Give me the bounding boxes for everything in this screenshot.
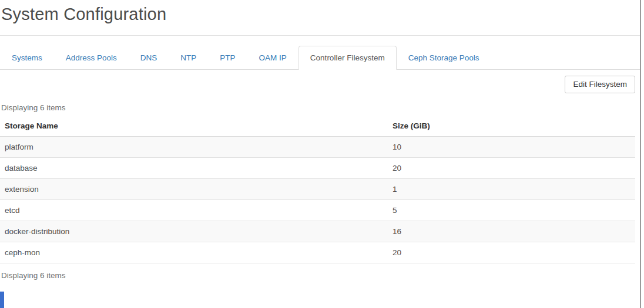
storage-name-cell: ceph-mon — [0, 242, 388, 263]
corner-accent-bar — [0, 292, 4, 308]
controller-filesystem-table: Storage Name Size (GiB) platform 10 data… — [0, 119, 635, 263]
tab-dns[interactable]: DNS — [129, 46, 169, 70]
tab-systems[interactable]: Systems — [0, 46, 54, 70]
size-cell: 5 — [388, 200, 635, 221]
storage-name-cell: extension — [0, 179, 388, 200]
table-row: ceph-mon 20 — [0, 242, 635, 263]
size-cell: 1 — [388, 179, 635, 200]
tab-ceph-storage-pools[interactable]: Ceph Storage Pools — [397, 46, 491, 70]
size-cell: 20 — [388, 158, 635, 179]
tab-ptp[interactable]: PTP — [208, 46, 247, 70]
storage-name-cell: database — [0, 158, 388, 179]
size-cell: 10 — [388, 137, 635, 158]
table-row: database 20 — [0, 158, 635, 179]
config-tab-bar: Systems Address Pools DNS NTP PTP OAM IP… — [0, 46, 640, 70]
window-edge-line — [640, 0, 641, 308]
edit-filesystem-button[interactable]: Edit Filesystem — [565, 76, 635, 93]
storage-name-cell: platform — [0, 137, 388, 158]
tab-ntp[interactable]: NTP — [169, 46, 208, 70]
tab-address-pools[interactable]: Address Pools — [54, 46, 129, 70]
system-configuration-page: System Configuration Systems Address Poo… — [0, 0, 640, 308]
size-cell: 16 — [388, 221, 635, 242]
column-header-size: Size (GiB) — [388, 119, 635, 137]
title-divider — [0, 35, 640, 36]
tab-oam-ip[interactable]: OAM IP — [247, 46, 298, 70]
tab-controller-filesystem[interactable]: Controller Filesystem — [298, 46, 397, 70]
items-count-bottom: Displaying 6 items — [1, 271, 640, 280]
size-cell: 20 — [388, 242, 635, 263]
column-header-storage-name: Storage Name — [0, 119, 388, 137]
storage-name-cell: etcd — [0, 200, 388, 221]
storage-name-cell: docker-distribution — [0, 221, 388, 242]
table-row: etcd 5 — [0, 200, 635, 221]
table-row: extension 1 — [0, 179, 635, 200]
table-row: platform 10 — [0, 137, 635, 158]
table-header-row: Storage Name Size (GiB) — [0, 119, 635, 137]
items-count-top: Displaying 6 items — [1, 103, 640, 112]
table-action-bar: Edit Filesystem — [0, 76, 635, 93]
table-row: docker-distribution 16 — [0, 221, 635, 242]
page-title: System Configuration — [0, 0, 640, 24]
